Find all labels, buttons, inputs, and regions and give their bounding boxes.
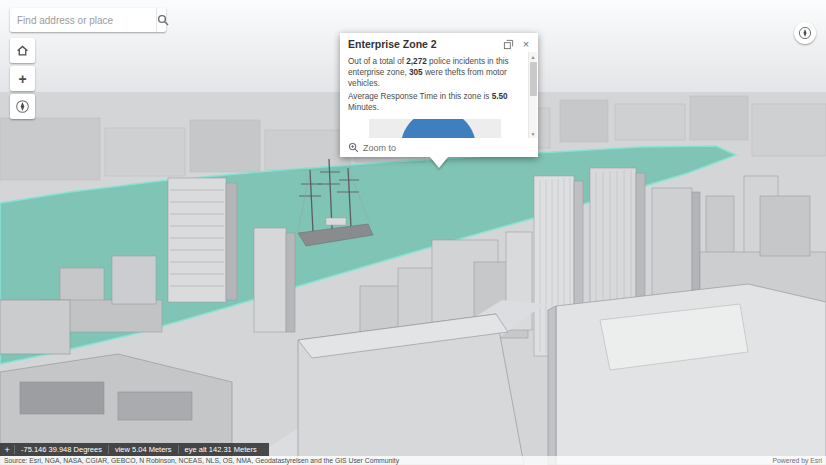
scrollbar-thumb[interactable] [530, 62, 537, 96]
close-icon: × [523, 39, 529, 50]
chart-slice-other-police-incidents [400, 119, 476, 138]
popup-title: Enterprise Zone 2 [348, 38, 437, 50]
home-icon [16, 44, 29, 57]
plus-icon: + [18, 71, 26, 87]
search-widget [10, 8, 166, 32]
crosshair-button[interactable]: + [0, 445, 14, 455]
zoom-in-button[interactable]: + [10, 66, 35, 91]
powered-by-esri: Powered by Esri [773, 457, 823, 464]
zoom-to-icon [348, 142, 359, 153]
navigation-compass-button[interactable] [10, 94, 35, 119]
scroll-up-icon[interactable]: ▲ [531, 52, 536, 61]
scene-viewer-app: + Enterprise Zone 2 × [0, 0, 826, 465]
popup-text-line-1: Out of a total of 2,272 police incidents… [348, 57, 522, 89]
popup-pointer [430, 157, 448, 168]
compass-reset-button[interactable] [794, 22, 816, 44]
compass-icon [15, 99, 30, 114]
popup-text-line-2: Average Response Time in this zone is 5.… [348, 92, 522, 114]
incident-chart [369, 119, 501, 138]
popup-footer: Zoom to [340, 138, 538, 157]
search-icon [157, 14, 169, 26]
dock-popup-button[interactable] [501, 37, 515, 51]
scroll-down-icon[interactable]: ▼ [531, 129, 536, 138]
compass-needle-icon [798, 26, 812, 40]
close-popup-button[interactable]: × [519, 37, 533, 51]
zoom-to-label: Zoom to [363, 143, 396, 153]
coordinates-statusbar: + -75.146 39.948 Degrees view 5.04 Meter… [0, 443, 269, 456]
dock-icon [503, 39, 514, 50]
popup-content: Out of a total of 2,272 police incidents… [340, 52, 538, 138]
coordinates-readout: -75.146 39.948 Degrees [14, 445, 108, 454]
zoom-to-button[interactable]: Zoom to [348, 142, 396, 153]
attribution-bar: Source: Esri, NGA, NASA, CGIAR, GEBCO, N… [0, 456, 826, 465]
attribution-source: Source: Esri, NGA, NASA, CGIAR, GEBCO, N… [4, 457, 399, 464]
home-button[interactable] [10, 38, 35, 63]
search-button[interactable] [156, 8, 169, 32]
search-input[interactable] [10, 8, 156, 32]
view-scale-readout: view 5.04 Meters [108, 445, 178, 454]
popup-scrollbar[interactable]: ▲ ▼ [528, 52, 537, 138]
popup-chart-svg [370, 119, 500, 138]
eye-altitude-readout: eye alt 142.31 Meters [178, 445, 263, 454]
popup: Enterprise Zone 2 × Out of a total of 2,… [340, 33, 538, 157]
popup-header: Enterprise Zone 2 × [340, 33, 538, 52]
